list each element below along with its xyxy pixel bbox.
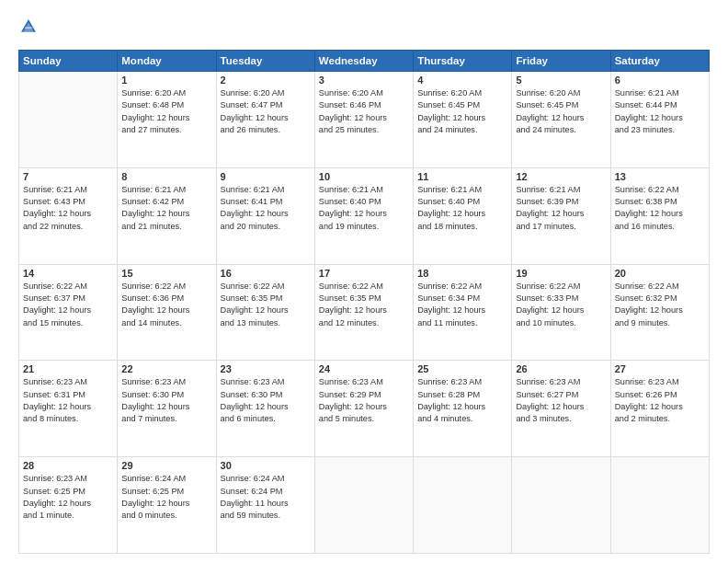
calendar-cell: 13Sunrise: 6:22 AM Sunset: 6:38 PM Dayli… (610, 167, 709, 264)
weekday-header-wednesday: Wednesday (314, 51, 413, 72)
day-number: 30 (221, 460, 311, 471)
calendar-cell: 20Sunrise: 6:22 AM Sunset: 6:32 PM Dayli… (610, 264, 709, 361)
calendar-cell: 17Sunrise: 6:22 AM Sunset: 6:35 PM Dayli… (314, 264, 413, 361)
day-info: Sunrise: 6:21 AM Sunset: 6:41 PM Dayligh… (221, 184, 311, 233)
calendar: SundayMondayTuesdayWednesdayThursdayFrid… (18, 50, 710, 554)
logo (18, 17, 39, 40)
day-info: Sunrise: 6:23 AM Sunset: 6:31 PM Dayligh… (23, 376, 113, 425)
weekday-header-saturday: Saturday (610, 51, 709, 72)
day-number: 4 (417, 75, 507, 86)
calendar-cell: 12Sunrise: 6:21 AM Sunset: 6:39 PM Dayli… (512, 167, 610, 264)
day-info: Sunrise: 6:20 AM Sunset: 6:46 PM Dayligh… (319, 87, 409, 136)
day-info: Sunrise: 6:23 AM Sunset: 6:27 PM Dayligh… (516, 376, 606, 425)
day-info: Sunrise: 6:20 AM Sunset: 6:47 PM Dayligh… (221, 87, 311, 136)
calendar-cell: 10Sunrise: 6:21 AM Sunset: 6:40 PM Dayli… (314, 167, 413, 264)
calendar-cell (414, 457, 512, 554)
calendar-cell: 14Sunrise: 6:22 AM Sunset: 6:37 PM Dayli… (19, 264, 118, 361)
day-info: Sunrise: 6:22 AM Sunset: 6:36 PM Dayligh… (121, 281, 211, 329)
calendar-cell (512, 457, 610, 554)
day-info: Sunrise: 6:21 AM Sunset: 6:40 PM Dayligh… (417, 184, 507, 233)
calendar-cell: 1Sunrise: 6:20 AM Sunset: 6:48 PM Daylig… (118, 72, 216, 168)
calendar-cell: 19Sunrise: 6:22 AM Sunset: 6:33 PM Dayli… (512, 264, 610, 361)
calendar-cell: 25Sunrise: 6:23 AM Sunset: 6:28 PM Dayli… (414, 361, 512, 457)
calendar-cell: 18Sunrise: 6:22 AM Sunset: 6:34 PM Dayli… (414, 264, 512, 361)
day-info: Sunrise: 6:22 AM Sunset: 6:33 PM Dayligh… (516, 281, 606, 329)
day-info: Sunrise: 6:20 AM Sunset: 6:45 PM Dayligh… (417, 87, 507, 136)
day-info: Sunrise: 6:24 AM Sunset: 6:24 PM Dayligh… (221, 473, 311, 522)
calendar-cell: 2Sunrise: 6:20 AM Sunset: 6:47 PM Daylig… (216, 72, 314, 168)
header (18, 17, 710, 40)
calendar-cell: 3Sunrise: 6:20 AM Sunset: 6:46 PM Daylig… (314, 72, 413, 168)
day-number: 29 (121, 460, 211, 471)
day-info: Sunrise: 6:22 AM Sunset: 6:38 PM Dayligh… (615, 184, 705, 233)
calendar-cell: 28Sunrise: 6:23 AM Sunset: 6:25 PM Dayli… (19, 457, 118, 554)
calendar-cell: 23Sunrise: 6:23 AM Sunset: 6:30 PM Dayli… (216, 361, 314, 457)
day-number: 20 (615, 268, 705, 279)
day-info: Sunrise: 6:21 AM Sunset: 6:39 PM Dayligh… (516, 184, 606, 233)
day-info: Sunrise: 6:23 AM Sunset: 6:30 PM Dayligh… (221, 376, 311, 425)
day-info: Sunrise: 6:21 AM Sunset: 6:43 PM Dayligh… (23, 184, 113, 233)
day-info: Sunrise: 6:22 AM Sunset: 6:34 PM Dayligh… (417, 281, 507, 329)
day-info: Sunrise: 6:24 AM Sunset: 6:25 PM Dayligh… (121, 473, 211, 522)
calendar-cell: 4Sunrise: 6:20 AM Sunset: 6:45 PM Daylig… (414, 72, 512, 168)
day-info: Sunrise: 6:23 AM Sunset: 6:26 PM Dayligh… (615, 376, 705, 425)
calendar-cell: 26Sunrise: 6:23 AM Sunset: 6:27 PM Dayli… (512, 361, 610, 457)
day-number: 26 (516, 363, 606, 374)
day-number: 11 (417, 171, 507, 182)
week-row-2: 7Sunrise: 6:21 AM Sunset: 6:43 PM Daylig… (19, 167, 710, 264)
calendar-cell: 8Sunrise: 6:21 AM Sunset: 6:42 PM Daylig… (118, 167, 216, 264)
day-number: 27 (615, 363, 705, 374)
day-number: 13 (615, 171, 705, 182)
calendar-cell: 22Sunrise: 6:23 AM Sunset: 6:30 PM Dayli… (118, 361, 216, 457)
day-info: Sunrise: 6:23 AM Sunset: 6:25 PM Dayligh… (23, 473, 113, 522)
calendar-cell: 24Sunrise: 6:23 AM Sunset: 6:29 PM Dayli… (314, 361, 413, 457)
day-info: Sunrise: 6:21 AM Sunset: 6:42 PM Dayligh… (121, 184, 211, 233)
day-number: 16 (221, 268, 311, 279)
day-number: 22 (121, 363, 211, 374)
day-info: Sunrise: 6:22 AM Sunset: 6:37 PM Dayligh… (23, 281, 113, 329)
day-number: 14 (23, 268, 113, 279)
calendar-cell (19, 72, 118, 168)
day-info: Sunrise: 6:23 AM Sunset: 6:29 PM Dayligh… (319, 376, 409, 425)
weekday-header-sunday: Sunday (19, 51, 118, 72)
day-info: Sunrise: 6:20 AM Sunset: 6:45 PM Dayligh… (516, 87, 606, 136)
day-number: 6 (615, 75, 705, 86)
day-number: 19 (516, 268, 606, 279)
svg-rect-2 (25, 28, 31, 29)
day-info: Sunrise: 6:22 AM Sunset: 6:35 PM Dayligh… (221, 281, 311, 329)
day-number: 5 (516, 75, 606, 86)
calendar-cell: 29Sunrise: 6:24 AM Sunset: 6:25 PM Dayli… (118, 457, 216, 554)
calendar-cell: 16Sunrise: 6:22 AM Sunset: 6:35 PM Dayli… (216, 264, 314, 361)
page: SundayMondayTuesdayWednesdayThursdayFrid… (0, 0, 728, 563)
day-number: 24 (319, 363, 409, 374)
calendar-cell: 7Sunrise: 6:21 AM Sunset: 6:43 PM Daylig… (19, 167, 118, 264)
week-row-3: 14Sunrise: 6:22 AM Sunset: 6:37 PM Dayli… (19, 264, 710, 361)
week-row-1: 1Sunrise: 6:20 AM Sunset: 6:48 PM Daylig… (19, 72, 710, 168)
weekday-header-friday: Friday (512, 51, 610, 72)
calendar-cell: 21Sunrise: 6:23 AM Sunset: 6:31 PM Dayli… (19, 361, 118, 457)
day-number: 17 (319, 268, 409, 279)
day-number: 18 (417, 268, 507, 279)
day-number: 12 (516, 171, 606, 182)
day-number: 21 (23, 363, 113, 374)
week-row-4: 21Sunrise: 6:23 AM Sunset: 6:31 PM Dayli… (19, 361, 710, 457)
day-number: 1 (121, 75, 211, 86)
calendar-cell (610, 457, 709, 554)
day-number: 15 (121, 268, 211, 279)
day-number: 28 (23, 460, 113, 471)
day-info: Sunrise: 6:22 AM Sunset: 6:32 PM Dayligh… (615, 281, 705, 329)
week-row-5: 28Sunrise: 6:23 AM Sunset: 6:25 PM Dayli… (19, 457, 710, 554)
day-info: Sunrise: 6:23 AM Sunset: 6:28 PM Dayligh… (417, 376, 507, 425)
calendar-cell: 15Sunrise: 6:22 AM Sunset: 6:36 PM Dayli… (118, 264, 216, 361)
day-number: 10 (319, 171, 409, 182)
day-number: 2 (221, 75, 311, 86)
calendar-cell: 5Sunrise: 6:20 AM Sunset: 6:45 PM Daylig… (512, 72, 610, 168)
day-info: Sunrise: 6:22 AM Sunset: 6:35 PM Dayligh… (319, 281, 409, 329)
day-info: Sunrise: 6:21 AM Sunset: 6:44 PM Dayligh… (615, 87, 705, 136)
calendar-cell: 6Sunrise: 6:21 AM Sunset: 6:44 PM Daylig… (610, 72, 709, 168)
calendar-cell: 30Sunrise: 6:24 AM Sunset: 6:24 PM Dayli… (216, 457, 314, 554)
calendar-cell: 9Sunrise: 6:21 AM Sunset: 6:41 PM Daylig… (216, 167, 314, 264)
weekday-header-thursday: Thursday (414, 51, 512, 72)
day-number: 7 (23, 171, 113, 182)
weekday-header-row: SundayMondayTuesdayWednesdayThursdayFrid… (19, 51, 710, 72)
